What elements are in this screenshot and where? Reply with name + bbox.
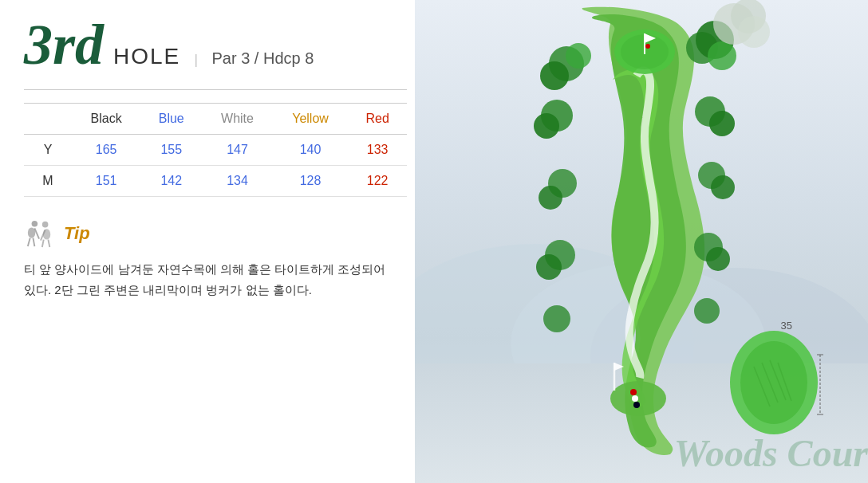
table-row: M 151 142 134 128 122 — [24, 166, 407, 197]
svg-point-5 — [42, 222, 49, 228]
svg-line-3 — [28, 238, 30, 246]
hole-divider: | — [195, 53, 197, 67]
svg-point-27 — [709, 111, 735, 136]
row-y-black: 165 — [72, 135, 140, 166]
svg-point-15 — [566, 43, 591, 69]
left-panel: 3rd HOLE | Par 3 / Hdcp 8 Black Blue Whi… — [0, 0, 415, 483]
svg-point-35 — [738, 16, 770, 48]
row-m-white: 134 — [202, 166, 272, 197]
svg-point-22 — [543, 305, 570, 332]
svg-point-0 — [32, 221, 38, 227]
svg-point-25 — [708, 41, 736, 70]
table-row: Y 165 155 147 140 133 — [24, 135, 407, 166]
svg-point-40 — [645, 44, 650, 49]
col-header-red: Red — [348, 104, 407, 135]
svg-point-14 — [540, 61, 569, 90]
row-y-blue: 155 — [140, 135, 202, 166]
title-divider — [24, 89, 407, 90]
fairway-svg — [439, 0, 854, 470]
svg-point-29 — [711, 175, 735, 199]
svg-line-8 — [42, 240, 44, 247]
col-header-empty — [24, 104, 72, 135]
hole-number: 3rd — [24, 16, 104, 73]
svg-point-21 — [536, 254, 562, 280]
course-name-watermark: Woods Cour — [674, 431, 868, 475]
tip-header: Tip — [24, 219, 391, 248]
row-m-yellow: 128 — [273, 166, 349, 197]
svg-point-44 — [633, 402, 640, 408]
distance-marker: 35 — [781, 320, 792, 332]
row-y-red: 133 — [348, 135, 407, 166]
tip-text: 티 앞 양사이드에 남겨둔 자연수목에 의해 홀은 타이트하게 조성되어 있다.… — [24, 259, 391, 300]
row-m-label: M — [24, 166, 72, 197]
hole-label: HOLE — [113, 44, 180, 69]
svg-point-43 — [632, 395, 638, 402]
row-m-blue: 142 — [140, 166, 202, 197]
row-y-label: Y — [24, 135, 72, 166]
row-m-black: 151 — [72, 166, 140, 197]
tip-section: Tip 티 앞 양사이드에 남겨둔 자연수목에 의해 홀은 타이트하게 조성되어… — [24, 219, 391, 300]
row-y-yellow: 140 — [273, 135, 349, 166]
svg-point-42 — [630, 389, 637, 395]
col-header-white: White — [202, 104, 272, 135]
row-m-red: 122 — [348, 166, 407, 197]
col-header-black: Black — [72, 104, 140, 135]
svg-point-19 — [539, 186, 562, 210]
right-panel: 35 Woods Cour — [415, 0, 868, 483]
svg-line-9 — [48, 240, 49, 247]
score-table: Black Blue White Yellow Red Y 165 155 14… — [24, 103, 407, 197]
tip-label: Tip — [64, 223, 90, 244]
hole-par: Par 3 / Hdcp 8 — [211, 49, 314, 68]
row-y-white: 147 — [202, 135, 272, 166]
svg-point-31 — [706, 247, 730, 271]
svg-point-46 — [740, 341, 807, 424]
col-header-yellow: Yellow — [273, 104, 349, 135]
hole-title: 3rd HOLE | Par 3 / Hdcp 8 — [24, 16, 391, 73]
svg-point-17 — [534, 113, 559, 139]
svg-line-4 — [33, 238, 34, 246]
svg-point-32 — [694, 298, 720, 324]
col-header-blue: Blue — [140, 104, 202, 135]
tip-icon — [24, 219, 56, 248]
